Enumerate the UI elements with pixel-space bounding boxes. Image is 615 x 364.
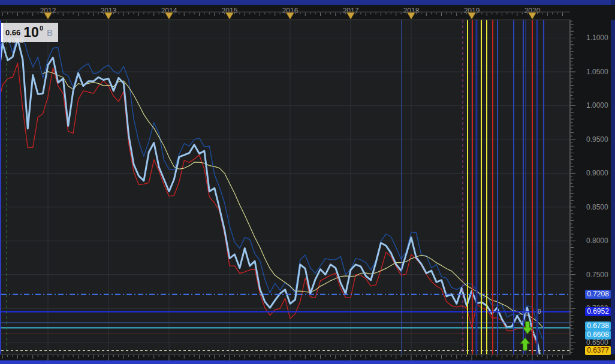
price-badge: 0.7208 bbox=[585, 290, 611, 299]
y-axis-tick-label: 0.8000 bbox=[586, 236, 608, 245]
y-axis-tick-label: 0.9500 bbox=[586, 135, 608, 144]
scale-exponent: 0 bbox=[40, 25, 43, 32]
x-axis-year-label: 2013 bbox=[98, 7, 119, 15]
price-badge: 0.6608 bbox=[585, 330, 611, 339]
chart-canvas[interactable] bbox=[1, 20, 570, 354]
series-low bbox=[1, 63, 542, 354]
price-badge: 0.6952 bbox=[585, 307, 611, 316]
bottom-ruler[interactable] bbox=[0, 354, 615, 360]
x-axis-year-label: 2012 bbox=[37, 7, 59, 15]
y-axis-tick-label: 0.8500 bbox=[586, 203, 608, 211]
price-badge: 0.6738 bbox=[585, 321, 611, 330]
last-bar-marker: 0 bbox=[538, 308, 541, 315]
x-axis-year-label: 2015 bbox=[219, 7, 240, 15]
x-axis-year-label: 2014 bbox=[158, 7, 180, 15]
series-close bbox=[1, 40, 542, 354]
scale-suffix: B bbox=[47, 28, 53, 38]
x-axis-year-label: 2018 bbox=[400, 7, 422, 15]
x-axis-year-label: 2017 bbox=[340, 7, 361, 15]
y-axis-tick-label: 1.0000 bbox=[586, 101, 608, 110]
x-axis-year-label: 2020 bbox=[521, 7, 543, 15]
window-border-right[interactable] bbox=[611, 0, 615, 364]
x-axis-year-label: 2016 bbox=[279, 7, 301, 15]
up-arrow-icon bbox=[520, 338, 530, 350]
y-axis-tick-label: 0.7500 bbox=[586, 271, 608, 279]
window-border-top bbox=[0, 0, 615, 5]
y-axis-tick-label: 1.1000 bbox=[586, 34, 608, 42]
scale-indicator-box: 0.66 10 0 B bbox=[1, 23, 58, 42]
scale-coefficient: 0.66 bbox=[5, 28, 20, 37]
scale-mantissa: 10 bbox=[23, 26, 39, 40]
y-axis-tick-label: 0.9000 bbox=[586, 169, 608, 177]
window-border-bottom[interactable] bbox=[0, 360, 615, 364]
y-axis-tick-label: 1.0500 bbox=[586, 68, 608, 76]
series-high bbox=[1, 33, 542, 339]
chart-window: 0.66 10 0 B 0.6808 020122013201420152016… bbox=[0, 0, 615, 364]
price-badge: 0.6377 bbox=[585, 346, 611, 355]
x-axis-year-label: 2019 bbox=[461, 7, 483, 15]
